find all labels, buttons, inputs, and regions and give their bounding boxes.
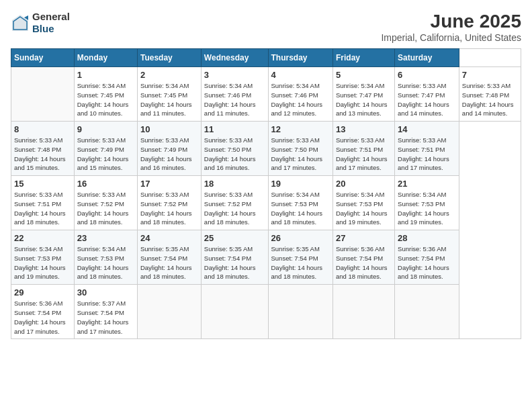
day-number: 6: [398, 70, 456, 80]
day-info: Sunrise: 5:33 AMSunset: 7:50 PMDaylight:…: [204, 136, 265, 173]
day-info: Sunrise: 5:34 AMSunset: 7:45 PMDaylight:…: [140, 81, 198, 118]
calendar: SundayMondayTuesdayWednesdayThursdayFrid…: [11, 48, 521, 339]
day-number: 13: [336, 124, 392, 134]
calendar-week-row: 1Sunrise: 5:34 AMSunset: 7:45 PMDaylight…: [11, 67, 521, 122]
calendar-cell: 12Sunrise: 5:33 AMSunset: 7:50 PMDayligh…: [268, 122, 332, 176]
calendar-cell: 4Sunrise: 5:34 AMSunset: 7:46 PMDaylight…: [268, 67, 332, 122]
day-info: Sunrise: 5:34 AMSunset: 7:46 PMDaylight:…: [271, 81, 330, 118]
day-number: 24: [140, 233, 198, 243]
day-number: 15: [14, 179, 71, 189]
day-of-week-header: Thursday: [268, 49, 332, 67]
day-number: 18: [204, 179, 265, 189]
day-number: 30: [77, 287, 134, 298]
calendar-cell: 1Sunrise: 5:34 AMSunset: 7:45 PMDaylight…: [74, 67, 137, 122]
calendar-cell: [395, 285, 459, 339]
day-number: 28: [398, 233, 456, 243]
day-info: Sunrise: 5:34 AMSunset: 7:53 PMDaylight:…: [271, 190, 330, 227]
calendar-cell: 29Sunrise: 5:36 AMSunset: 7:54 PMDayligh…: [11, 285, 75, 339]
calendar-cell: [11, 67, 75, 122]
day-number: 11: [204, 124, 265, 134]
day-info: Sunrise: 5:33 AMSunset: 7:48 PMDaylight:…: [14, 136, 71, 173]
logo-text: General Blue: [32, 11, 70, 35]
day-number: 3: [204, 70, 265, 80]
calendar-cell: 20Sunrise: 5:34 AMSunset: 7:53 PMDayligh…: [332, 176, 394, 230]
day-info: Sunrise: 5:33 AMSunset: 7:47 PMDaylight:…: [398, 81, 456, 118]
day-number: 10: [140, 124, 198, 134]
day-info: Sunrise: 5:35 AMSunset: 7:54 PMDaylight:…: [204, 244, 265, 281]
calendar-header-row: SundayMondayTuesdayWednesdayThursdayFrid…: [11, 49, 521, 67]
day-number: 20: [336, 179, 392, 189]
calendar-cell: 26Sunrise: 5:35 AMSunset: 7:54 PMDayligh…: [268, 230, 332, 285]
day-info: Sunrise: 5:36 AMSunset: 7:54 PMDaylight:…: [336, 244, 392, 281]
calendar-cell: 22Sunrise: 5:34 AMSunset: 7:53 PMDayligh…: [11, 230, 75, 285]
day-info: Sunrise: 5:34 AMSunset: 7:53 PMDaylight:…: [14, 244, 71, 281]
day-info: Sunrise: 5:33 AMSunset: 7:51 PMDaylight:…: [336, 136, 392, 173]
calendar-cell: 28Sunrise: 5:36 AMSunset: 7:54 PMDayligh…: [395, 230, 459, 285]
day-number: 22: [14, 233, 71, 243]
day-info: Sunrise: 5:33 AMSunset: 7:52 PMDaylight:…: [77, 190, 134, 227]
day-number: 7: [462, 70, 518, 80]
day-number: 5: [336, 70, 392, 80]
calendar-cell: 14Sunrise: 5:33 AMSunset: 7:51 PMDayligh…: [395, 122, 459, 176]
day-number: 14: [398, 124, 456, 134]
calendar-cell: 25Sunrise: 5:35 AMSunset: 7:54 PMDayligh…: [201, 230, 268, 285]
calendar-week-row: 29Sunrise: 5:36 AMSunset: 7:54 PMDayligh…: [11, 285, 521, 339]
day-number: 9: [77, 124, 134, 134]
day-number: 29: [14, 287, 71, 298]
logo-icon: [11, 13, 30, 32]
day-info: Sunrise: 5:34 AMSunset: 7:46 PMDaylight:…: [204, 81, 265, 118]
location-title: Imperial, California, United States: [381, 32, 521, 43]
calendar-cell: 19Sunrise: 5:34 AMSunset: 7:53 PMDayligh…: [268, 176, 332, 230]
title-area: June 2025 Imperial, California, United S…: [381, 11, 521, 43]
day-info: Sunrise: 5:33 AMSunset: 7:50 PMDaylight:…: [271, 136, 330, 173]
day-number: 4: [271, 70, 330, 80]
calendar-cell: [137, 285, 201, 339]
day-of-week-header: Friday: [332, 49, 394, 67]
day-info: Sunrise: 5:33 AMSunset: 7:49 PMDaylight:…: [140, 136, 198, 173]
day-info: Sunrise: 5:34 AMSunset: 7:53 PMDaylight:…: [77, 244, 134, 281]
day-number: 16: [77, 179, 134, 189]
day-info: Sunrise: 5:33 AMSunset: 7:49 PMDaylight:…: [77, 136, 134, 173]
month-title: June 2025: [381, 11, 521, 32]
calendar-cell: [268, 285, 332, 339]
calendar-cell: 15Sunrise: 5:33 AMSunset: 7:51 PMDayligh…: [11, 176, 75, 230]
day-info: Sunrise: 5:34 AMSunset: 7:53 PMDaylight:…: [398, 190, 456, 227]
calendar-cell: 7Sunrise: 5:33 AMSunset: 7:48 PMDaylight…: [459, 67, 521, 122]
day-of-week-header: Sunday: [11, 49, 75, 67]
calendar-cell: 30Sunrise: 5:37 AMSunset: 7:54 PMDayligh…: [74, 285, 137, 339]
day-info: Sunrise: 5:35 AMSunset: 7:54 PMDaylight:…: [140, 244, 198, 281]
day-number: 1: [77, 70, 134, 80]
day-info: Sunrise: 5:33 AMSunset: 7:51 PMDaylight:…: [14, 190, 71, 227]
day-of-week-header: Tuesday: [137, 49, 201, 67]
calendar-cell: [332, 285, 394, 339]
calendar-cell: 3Sunrise: 5:34 AMSunset: 7:46 PMDaylight…: [201, 67, 268, 122]
day-info: Sunrise: 5:36 AMSunset: 7:54 PMDaylight:…: [14, 299, 71, 336]
header: General Blue June 2025 Imperial, Califor…: [11, 11, 521, 43]
day-of-week-header: Saturday: [395, 49, 459, 67]
calendar-week-row: 22Sunrise: 5:34 AMSunset: 7:53 PMDayligh…: [11, 230, 521, 285]
logo-general-text: General: [32, 11, 70, 23]
day-number: 27: [336, 233, 392, 243]
day-info: Sunrise: 5:33 AMSunset: 7:51 PMDaylight:…: [398, 136, 456, 173]
day-info: Sunrise: 5:33 AMSunset: 7:52 PMDaylight:…: [140, 190, 198, 227]
day-info: Sunrise: 5:34 AMSunset: 7:53 PMDaylight:…: [336, 190, 392, 227]
day-info: Sunrise: 5:34 AMSunset: 7:45 PMDaylight:…: [77, 81, 134, 118]
calendar-cell: 18Sunrise: 5:33 AMSunset: 7:52 PMDayligh…: [201, 176, 268, 230]
day-info: Sunrise: 5:36 AMSunset: 7:54 PMDaylight:…: [398, 244, 456, 281]
day-number: 26: [271, 233, 330, 243]
calendar-cell: 2Sunrise: 5:34 AMSunset: 7:45 PMDaylight…: [137, 67, 201, 122]
day-number: 25: [204, 233, 265, 243]
calendar-cell: 13Sunrise: 5:33 AMSunset: 7:51 PMDayligh…: [332, 122, 394, 176]
calendar-cell: 21Sunrise: 5:34 AMSunset: 7:53 PMDayligh…: [395, 176, 459, 230]
logo-blue-text: Blue: [32, 23, 70, 35]
day-of-week-header: Wednesday: [201, 49, 268, 67]
day-of-week-header: Monday: [74, 49, 137, 67]
calendar-cell: 17Sunrise: 5:33 AMSunset: 7:52 PMDayligh…: [137, 176, 201, 230]
day-info: Sunrise: 5:34 AMSunset: 7:47 PMDaylight:…: [336, 81, 392, 118]
day-number: 19: [271, 179, 330, 189]
day-info: Sunrise: 5:33 AMSunset: 7:52 PMDaylight:…: [204, 190, 265, 227]
day-number: 8: [14, 124, 71, 134]
calendar-cell: 10Sunrise: 5:33 AMSunset: 7:49 PMDayligh…: [137, 122, 201, 176]
calendar-cell: 5Sunrise: 5:34 AMSunset: 7:47 PMDaylight…: [332, 67, 394, 122]
calendar-week-row: 15Sunrise: 5:33 AMSunset: 7:51 PMDayligh…: [11, 176, 521, 230]
